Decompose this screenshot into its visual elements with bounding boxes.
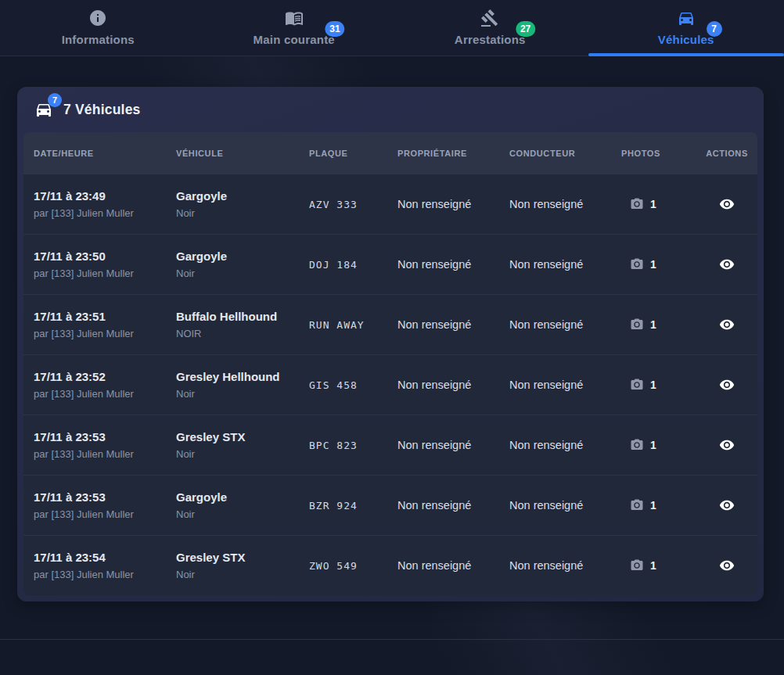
photo-count: 1 [650, 439, 656, 451]
row-driver: Non renseigné [509, 258, 621, 271]
row-author: par [133] Julien Muller [34, 206, 176, 221]
book-icon [285, 9, 304, 27]
column-header-actions: ACTIONS [696, 149, 757, 158]
camera-icon [630, 257, 644, 271]
card-badge-count: 7 [48, 93, 62, 107]
info-icon [88, 9, 107, 27]
row-plate: DOJ 184 [309, 259, 358, 271]
tab-informations[interactable]: Informations [0, 0, 196, 56]
photo-count: 1 [650, 318, 656, 331]
column-header-date: DATE/HEURE [34, 149, 176, 158]
photo-count: 1 [650, 559, 656, 572]
row-owner: Non renseigné [397, 499, 509, 512]
row-owner: Non renseigné [397, 439, 509, 451]
row-date: 17/11 à 23:54 [34, 549, 176, 566]
row-vehicle: Gresley STX [176, 549, 309, 566]
eye-icon [719, 196, 735, 212]
row-vehicle: Gargoyle [176, 188, 309, 205]
row-driver: Non renseigné [509, 379, 621, 391]
column-header-plate: PLAQUE [309, 149, 397, 158]
view-vehicle-button[interactable] [716, 193, 738, 215]
table-row: 17/11 à 23:53par [133] Julien Muller Gre… [23, 415, 757, 475]
table-row: 17/11 à 23:49par [133] Julien Muller Gar… [23, 174, 757, 234]
column-header-owner: PROPRIÉTAIRE [397, 149, 509, 158]
row-owner: Non renseigné [397, 379, 509, 391]
table-row: 17/11 à 23:50par [133] Julien Muller Gar… [23, 234, 757, 294]
row-author: par [133] Julien Muller [34, 267, 176, 281]
view-vehicle-button[interactable] [716, 494, 738, 516]
row-plate: BZR 924 [309, 500, 358, 512]
row-plate: ZWO 549 [309, 560, 358, 572]
row-vehicle: Gresley Hellhound [176, 368, 309, 386]
row-date: 17/11 à 23:53 [34, 489, 176, 506]
vehicles-card: 7 7 Véhicules DATE/HEURE VÉHICULE PLAQUE… [17, 87, 764, 601]
tab-label: Main courante [254, 33, 335, 46]
gavel-icon [480, 9, 499, 27]
tab-label: Arrestations [455, 33, 526, 46]
vehicles-card-header: 7 7 Véhicules [23, 87, 757, 132]
row-vehicle-color: Noir [176, 447, 309, 461]
footer-divider [0, 639, 784, 675]
row-date: 17/11 à 23:52 [34, 368, 176, 386]
view-vehicle-button[interactable] [716, 253, 738, 275]
eye-icon [719, 497, 735, 513]
row-author: par [133] Julien Muller [34, 387, 176, 401]
row-date: 17/11 à 23:49 [34, 188, 176, 205]
tab-vehicules[interactable]: Véhicules 7 [588, 0, 784, 56]
row-owner: Non renseigné [397, 258, 509, 271]
camera-icon [630, 378, 644, 392]
camera-icon [630, 498, 644, 512]
row-vehicle: Buffalo Hellhound [176, 308, 309, 325]
table-body: 17/11 à 23:49par [133] Julien Muller Gar… [23, 174, 757, 595]
row-vehicle-color: NOIR [176, 327, 309, 341]
column-header-photos: PHOTOS [621, 149, 696, 158]
row-vehicle-color: Noir [176, 206, 309, 221]
eye-icon [719, 558, 735, 573]
table-row: 17/11 à 23:51par [133] Julien Muller Buf… [23, 294, 757, 354]
photo-count: 1 [650, 198, 656, 210]
card-car-icon-wrap: 7 [34, 100, 53, 119]
card-title: 7 Véhicules [63, 102, 141, 118]
row-author: par [133] Julien Muller [34, 327, 176, 341]
row-driver: Non renseigné [509, 318, 621, 331]
row-author: par [133] Julien Muller [34, 447, 176, 461]
table-row: 17/11 à 23:53par [133] Julien Muller Gar… [23, 475, 757, 535]
camera-icon [630, 318, 644, 332]
vehicles-table: DATE/HEURE VÉHICULE PLAQUE PROPRIÉTAIRE … [23, 132, 757, 595]
row-date: 17/11 à 23:53 [34, 429, 176, 446]
row-vehicle-color: Noir [176, 508, 309, 522]
row-vehicle: Gargoyle [176, 248, 309, 265]
row-author: par [133] Julien Muller [34, 568, 176, 582]
table-row: 17/11 à 23:54par [133] Julien Muller Gre… [23, 535, 757, 595]
view-vehicle-button[interactable] [716, 434, 738, 456]
eye-icon [719, 437, 735, 453]
row-vehicle-color: Noir [176, 387, 309, 401]
tab-main-courante[interactable]: Main courante 31 [196, 0, 393, 56]
tab-label: Informations [62, 33, 135, 46]
view-vehicle-button[interactable] [716, 555, 738, 576]
tab-bar: Informations Main courante 31 Arrestatio… [0, 0, 784, 56]
car-icon [677, 9, 696, 27]
row-driver: Non renseigné [509, 499, 621, 512]
row-owner: Non renseigné [397, 198, 509, 210]
row-author: par [133] Julien Muller [34, 508, 176, 522]
table-row: 17/11 à 23:52par [133] Julien Muller Gre… [23, 354, 757, 415]
row-vehicle-color: Noir [176, 568, 309, 582]
eye-icon [719, 317, 735, 332]
view-vehicle-button[interactable] [716, 374, 738, 396]
photo-count: 1 [650, 499, 656, 512]
view-vehicle-button[interactable] [716, 314, 738, 336]
row-driver: Non renseigné [509, 198, 621, 210]
photo-count: 1 [650, 379, 656, 391]
row-plate: RUN AWAY [309, 319, 365, 331]
row-driver: Non renseigné [509, 559, 621, 572]
row-date: 17/11 à 23:51 [34, 308, 176, 325]
tab-badge-count: 7 [707, 21, 722, 37]
row-vehicle-color: Noir [176, 267, 309, 281]
row-owner: Non renseigné [397, 559, 509, 572]
row-plate: AZV 333 [309, 199, 358, 210]
row-owner: Non renseigné [397, 318, 509, 331]
photo-count: 1 [650, 258, 656, 271]
table-header-row: DATE/HEURE VÉHICULE PLAQUE PROPRIÉTAIRE … [23, 132, 757, 174]
tab-arrestations[interactable]: Arrestations 27 [392, 0, 588, 56]
